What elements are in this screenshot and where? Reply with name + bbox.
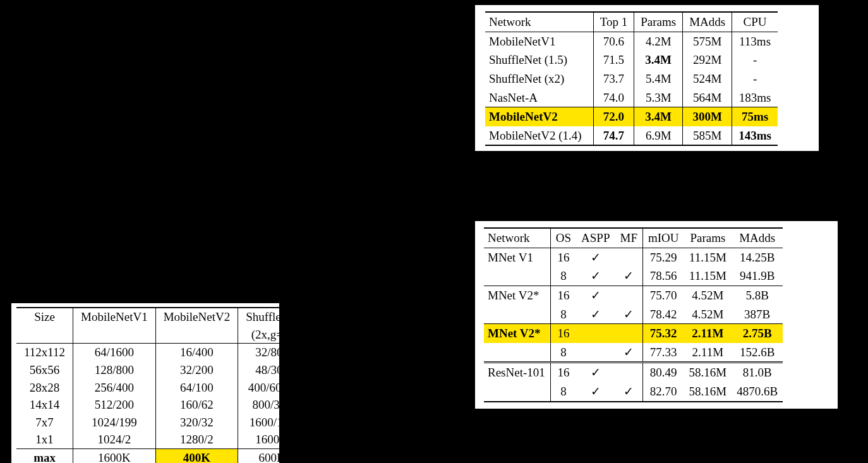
memory-table: SizeMobileNetV1MobileNetV2ShuffleNet (2x…	[16, 307, 306, 463]
seg-col-network: Network	[484, 228, 550, 248]
imagenet-col-top-1: Top 1	[593, 12, 634, 32]
mem-row: 28x28256/40064/100400/600K	[16, 379, 306, 397]
mem-row-max: max1600K400K600K	[16, 449, 306, 463]
seg-row: MNet V2*16✓75.704.52M5.8B	[484, 286, 783, 304]
mem-col-mobilenetv2: MobileNetV2	[155, 308, 238, 326]
seg-col-params: Params	[684, 228, 732, 248]
seg-col-mf: MF	[615, 228, 642, 248]
seg-row: ResNet-10116✓80.4958.16M81.0B	[484, 363, 783, 382]
mem-row: 112x11264/160016/40032/800	[16, 344, 306, 361]
imagenet-col-cpu: CPU	[732, 12, 778, 32]
seg-row: 8✓✓78.5611.15M941.9B	[484, 267, 783, 286]
seg-row: 8✓77.332.11M152.6B	[484, 343, 783, 363]
panel-seg-table: NetworkOSASPPMFmIOUParamsMAdds MNet V116…	[475, 221, 838, 409]
seg-col-aspp: ASPP	[576, 228, 615, 248]
imagenet-row: MobileNetV170.64.2M575M113ms	[485, 32, 778, 51]
panel-memory-table: SizeMobileNetV1MobileNetV2ShuffleNet (2x…	[11, 303, 279, 463]
seg-col-miou: mIOU	[642, 228, 684, 248]
imagenet-row: MobileNetV2 (1.4)74.76.9M585M143ms	[485, 126, 778, 146]
mem-col-mobilenetv1: MobileNetV1	[73, 308, 156, 326]
seg-col-os: OS	[550, 228, 576, 248]
imagenet-col-madds: MAdds	[683, 12, 732, 32]
mem-col-shufflenet: ShuffleNet	[238, 308, 306, 326]
mem-row: 7x71024/199320/321600/156	[16, 414, 306, 431]
imagenet-col-params: Params	[634, 12, 683, 32]
imagenet-row: NasNet-A74.05.3M564M183ms	[485, 88, 778, 107]
mem-row: 1x11024/21280/21600/3	[16, 431, 306, 448]
mem-col-size: Size	[16, 308, 73, 326]
panel-imagenet-table: NetworkTop 1ParamsMAddsCPU MobileNetV170…	[475, 5, 819, 151]
imagenet-table: NetworkTop 1ParamsMAddsCPU MobileNetV170…	[485, 11, 778, 146]
mem-row: 14x14512/200160/62800/310	[16, 396, 306, 414]
seg-col-madds: MAdds	[732, 228, 783, 248]
segmentation-table: NetworkOSASPPMFmIOUParamsMAdds MNet V116…	[484, 227, 783, 402]
imagenet-row: ShuffleNet (x2)73.75.4M524M-	[485, 69, 778, 88]
imagenet-row: MobileNetV272.03.4M300M75ms	[485, 107, 778, 126]
seg-row: MNet V2*1675.322.11M2.75B	[484, 324, 783, 343]
imagenet-row: ShuffleNet (1.5)71.53.4M292M-	[485, 51, 778, 69]
seg-row: 8✓✓82.7058.16M4870.6B	[484, 382, 783, 402]
imagenet-col-network: Network	[485, 12, 593, 32]
mem-row: 56x56128/80032/20048/300	[16, 361, 306, 379]
seg-row: MNet V116✓75.2911.15M14.25B	[484, 248, 783, 267]
seg-row: 8✓✓78.424.52M387B	[484, 305, 783, 324]
